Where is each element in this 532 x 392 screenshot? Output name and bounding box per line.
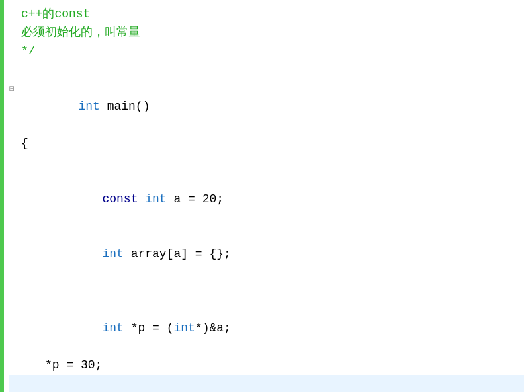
editor-container: c++的const 必须初始化的，叫常量 */ ⊟ int main() { [0, 0, 532, 392]
collapse-icon-main[interactable]: ⊟ [9, 83, 20, 96]
line-3: */ [9, 42, 524, 61]
collapse-1 [9, 8, 20, 22]
line-5-content: int main() [21, 79, 524, 135]
line-1-content: c++的const [21, 5, 524, 24]
line-11-content: int *p = (int*)&a; [21, 301, 524, 356]
line-12: *p = 30; [9, 356, 524, 375]
line-11: int *p = (int*)&a; [9, 301, 524, 356]
line-4 [9, 61, 524, 79]
line-6: { [9, 135, 524, 153]
line-8-content: const int a = 20; [21, 172, 524, 227]
line-1: c++的const [9, 5, 524, 24]
line-8: const int a = 20; [9, 172, 524, 227]
line-13-cursor[interactable] [9, 375, 524, 392]
line-10 [9, 282, 524, 301]
line-9: int array[a] = {}; [9, 227, 524, 282]
line-2-content: 必须初始化的，叫常量 [21, 24, 524, 42]
line-9-content: int array[a] = {}; [21, 227, 524, 282]
line-2: 必须初始化的，叫常量 [9, 24, 524, 42]
code-area[interactable]: c++的const 必须初始化的，叫常量 */ ⊟ int main() { [4, 0, 532, 392]
line-13-content [21, 375, 524, 392]
collapse-3 [9, 45, 20, 59]
collapse-2 [9, 26, 20, 41]
line-3-content: */ [21, 42, 524, 61]
line-7 [9, 153, 524, 172]
line-5: ⊟ int main() [9, 79, 524, 135]
line-6-content: { [21, 135, 524, 153]
line-12-content: *p = 30; [21, 356, 524, 375]
